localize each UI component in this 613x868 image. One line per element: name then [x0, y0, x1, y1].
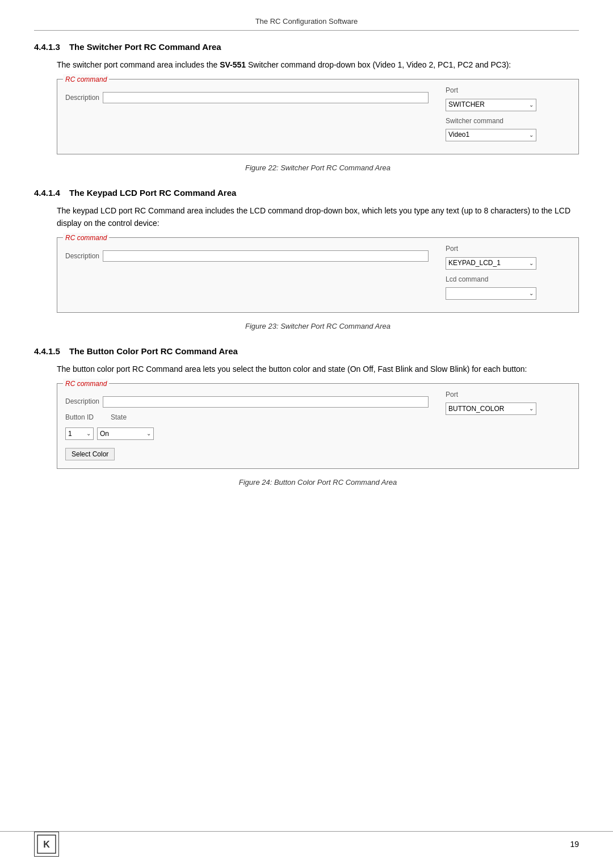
section-heading-4413: 4.4.1.3 The Switcher Port RC Command Are…: [34, 42, 579, 52]
figure-caption-22: Figure 22: Switcher Port RC Command Area: [57, 162, 579, 174]
para-text-after-bold: Switcher command drop-down box (Video 1,…: [246, 60, 511, 69]
rc-right-btncolor: Port BUTTON_COLOR ⌄: [446, 389, 570, 460]
rc-right-switcher: Port SWITCHER ⌄ Switcher command Video1 …: [446, 85, 570, 145]
section-num-4414: 4.4.1.4: [34, 188, 60, 198]
page-footer: K 19: [0, 831, 613, 857]
section-4414: 4.4.1.4 The Keypad LCD Port RC Command A…: [34, 188, 579, 333]
rc-left-btncolor: Description Button ID State 1: [65, 389, 429, 460]
section-4413: 4.4.1.3 The Switcher Port RC Command Are…: [34, 42, 579, 174]
rc-box-label-switcher: RC command: [63, 74, 109, 85]
rc-left-switcher: Description: [65, 85, 429, 145]
para-text-before-bold: The switcher port command area includes …: [57, 60, 220, 69]
rc-box-button-color: RC command Description Button ID State: [57, 383, 579, 469]
port-select-text-switcher: SWITCHER: [448, 99, 485, 110]
svg-text:K: K: [43, 840, 50, 849]
section-heading-4415: 4.4.1.5 The Button Color Port RC Command…: [34, 346, 579, 356]
sub-select-text-switcher: Video1: [448, 129, 469, 140]
section-title-4415: The Button Color Port RC Command Area: [69, 346, 238, 356]
rc-box-lcd: RC command Description Port KEYPAD_LCD_1…: [57, 237, 579, 312]
section-para-4415: The button color port RC Command area le…: [57, 363, 579, 375]
figure-caption-24: Figure 24: Button Color Port RC Command …: [57, 477, 579, 489]
desc-label-switcher: Description: [65, 93, 99, 103]
sub-select-arrow-switcher: ⌄: [529, 131, 534, 140]
state-value: On: [100, 429, 109, 439]
section-num-4413: 4.4.1.3: [34, 42, 60, 52]
bold-text-sv551: SV-551: [220, 60, 246, 69]
button-id-label: Button ID: [65, 412, 94, 423]
description-input-btncolor[interactable]: [103, 396, 429, 408]
state-select[interactable]: On ⌄: [97, 427, 154, 440]
section-title-4413: The Switcher Port RC Command Area: [69, 42, 221, 52]
port-select-btncolor[interactable]: BUTTON_COLOR ⌄: [446, 402, 536, 415]
rc-box-inner: Description Button ID State 1: [65, 389, 570, 460]
description-input-switcher[interactable]: [103, 92, 429, 103]
rc-box-label-lcd: RC command: [63, 233, 109, 244]
port-select-arrow-btncolor: ⌄: [529, 404, 534, 413]
kramer-logo: K: [34, 832, 59, 857]
port-select-arrow-lcd: ⌄: [529, 259, 534, 268]
rc-row-desc-switcher: Description: [65, 92, 429, 103]
section-num-4415: 4.4.1.5: [34, 346, 60, 356]
button-id-state-row: 1 ⌄ On ⌄: [65, 425, 429, 440]
rc-left-lcd: Description: [65, 244, 429, 304]
port-label-lcd: Port: [446, 244, 570, 254]
button-id-arrow: ⌄: [86, 429, 91, 438]
rc-box-switcher: RC command Description Port SWITCHER ⌄ S…: [57, 79, 579, 154]
section-body-4415: The button color port RC Command area le…: [57, 363, 579, 489]
sub-select-switcher[interactable]: Video1 ⌄: [446, 129, 536, 141]
section-body-4413: The switcher port command area includes …: [57, 58, 579, 174]
figure-caption-23: Figure 23: Switcher Port RC Command Area: [57, 321, 579, 333]
port-label-switcher: Port: [446, 85, 570, 96]
sub-label-switcher: Switcher command: [446, 116, 570, 127]
button-id-state-section: Button ID State 1 ⌄ On ⌄: [65, 412, 429, 440]
button-id-state-labels: Button ID State: [65, 412, 429, 423]
state-label: State: [111, 412, 127, 423]
port-label-btncolor: Port: [446, 389, 570, 400]
sub-select-lcd[interactable]: ⌄: [446, 287, 536, 300]
desc-label-lcd: Description: [65, 251, 99, 262]
page-header: The RC Configuration Software: [34, 17, 579, 31]
rc-right-lcd: Port KEYPAD_LCD_1 ⌄ Lcd command ⌄: [446, 244, 570, 304]
port-select-text-lcd: KEYPAD_LCD_1: [448, 258, 501, 269]
port-select-arrow-switcher: ⌄: [529, 100, 534, 110]
state-arrow: ⌄: [146, 429, 151, 438]
rc-row-desc-lcd: Description: [65, 250, 429, 262]
desc-label-btncolor: Description: [65, 396, 99, 407]
kramer-logo-svg: K: [36, 834, 57, 854]
button-id-select[interactable]: 1 ⌄: [65, 427, 94, 440]
header-title: The RC Configuration Software: [255, 17, 358, 26]
port-select-switcher[interactable]: SWITCHER ⌄: [446, 99, 536, 111]
description-input-lcd[interactable]: [103, 250, 429, 262]
port-select-text-btncolor: BUTTON_COLOR: [448, 404, 504, 414]
section-title-4414: The Keypad LCD Port RC Command Area: [69, 188, 237, 198]
button-id-value: 1: [68, 429, 72, 439]
select-color-button[interactable]: Select Color: [65, 448, 115, 460]
section-4415: 4.4.1.5 The Button Color Port RC Command…: [34, 346, 579, 489]
port-select-lcd[interactable]: KEYPAD_LCD_1 ⌄: [446, 257, 536, 270]
sub-select-arrow-lcd: ⌄: [529, 289, 534, 298]
section-heading-4414: 4.4.1.4 The Keypad LCD Port RC Command A…: [34, 188, 579, 198]
section-para-4414: The keypad LCD port RC Command area incl…: [57, 204, 579, 230]
page-number: 19: [570, 840, 579, 849]
rc-box-label-btncolor: RC command: [63, 379, 109, 389]
section-body-4414: The keypad LCD port RC Command area incl…: [57, 204, 579, 333]
sub-label-lcd: Lcd command: [446, 274, 570, 285]
section-para-4413: The switcher port command area includes …: [57, 58, 579, 71]
rc-row-desc-btncolor: Description: [65, 396, 429, 408]
